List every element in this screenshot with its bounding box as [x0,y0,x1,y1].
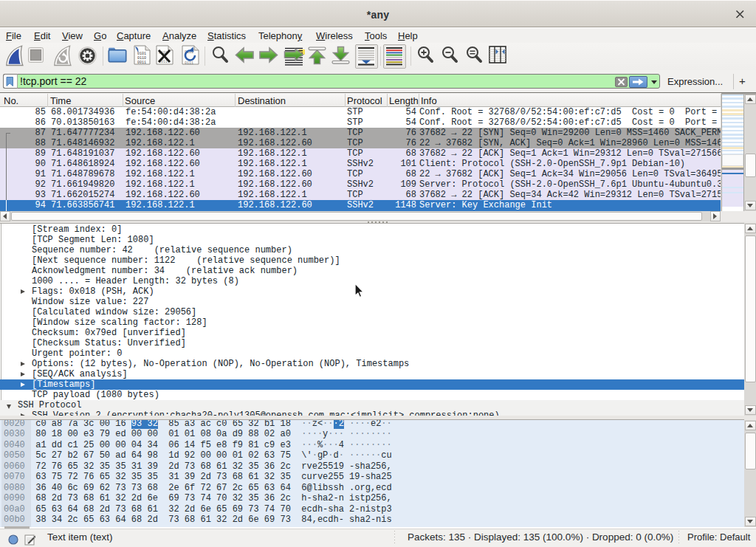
svg-text:0011: 0011 [137,61,146,65]
svg-text:0111: 0111 [185,61,193,65]
